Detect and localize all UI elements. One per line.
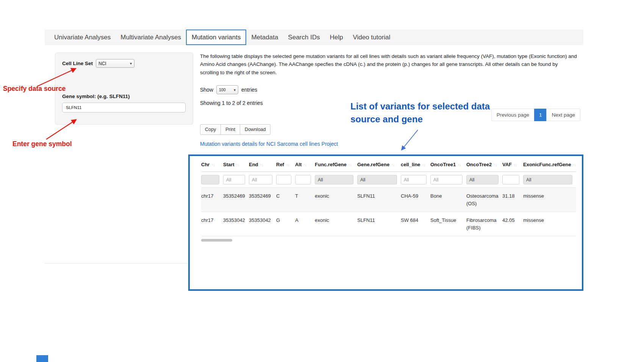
sort-icon: ↑↓ (494, 163, 497, 167)
table-cell: chr17 (201, 212, 223, 236)
column-header-end[interactable]: End↑↓ (249, 157, 276, 172)
table-body: chr173535246935352469CTexonicSLFN11CHA-5… (201, 188, 576, 236)
sort-icon: ↑↓ (349, 163, 352, 167)
filter-cell: All (357, 172, 401, 188)
column-label: cell_line (401, 162, 420, 167)
filter-oncotree1[interactable]: All (430, 175, 463, 184)
column-label: Ref (276, 162, 284, 167)
table-cell: CHA-59 (401, 188, 430, 212)
column-label: OncoTree1 (430, 162, 456, 167)
showing-entries-status: Showing 1 to 2 of 2 entries (200, 100, 263, 106)
page-number-button[interactable]: 1 (534, 109, 547, 121)
table-cell: A (295, 212, 315, 236)
corner-decoration (36, 355, 48, 362)
sort-icon: ↑↓ (260, 163, 263, 167)
sort-icon: ↑↓ (236, 163, 239, 167)
column-label: ExonicFunc.refGene (523, 162, 571, 167)
column-header-cell-line[interactable]: cell_line↑↓ (401, 157, 430, 172)
gene-symbol-label: Gene symbol: (e.g. SLFN11) (62, 94, 186, 99)
tab-univariate-analyses[interactable]: Univariate Analyses (49, 30, 116, 45)
filter-exonicfunc-refgene[interactable]: All (523, 175, 572, 184)
tab-metadata[interactable]: Metadata (246, 30, 283, 45)
copy-button[interactable]: Copy (200, 124, 221, 135)
filter-cell: All (401, 172, 430, 188)
cell-line-set-value: NCI (98, 61, 106, 66)
column-header-ref[interactable]: Ref↑↓ (276, 157, 295, 172)
horizontal-scrollbar-thumb[interactable] (201, 239, 232, 242)
cell-line-set-select[interactable]: NCI ▾ (96, 59, 134, 68)
sort-icon: ↑↓ (458, 163, 461, 167)
sort-icon: ↑↓ (286, 163, 289, 167)
table-cell: Fibrosarcoma (FIBS) (466, 212, 502, 236)
column-header-start[interactable]: Start↑↓ (223, 157, 249, 172)
column-label: Start (223, 162, 234, 167)
tab-mutation-variants[interactable]: Mutation variants (186, 30, 246, 45)
column-header-exonicfunc-refgene[interactable]: ExonicFunc.refGene↑↓ (523, 157, 576, 172)
annotation-variants-list: List of variants for selected data sourc… (350, 100, 502, 126)
sort-icon: ↑↓ (211, 163, 214, 167)
table-caption: Mutation variants details for NCI Sarcom… (200, 141, 338, 147)
gene-symbol-input[interactable] (62, 103, 186, 112)
table-cell: Osteosarcoma (OS) (466, 188, 502, 212)
table-cell: chr17 (201, 188, 223, 212)
column-label: VAF (502, 162, 512, 167)
table-description: The following table displays the selecte… (200, 52, 577, 76)
table-cell: Bone (430, 188, 466, 212)
show-label: Show (200, 87, 213, 93)
column-header-func-refgene[interactable]: Func.refGene↑↓ (315, 157, 357, 172)
column-label: OncoTree2 (466, 162, 492, 167)
filter-gene-refgene[interactable]: All (357, 175, 397, 184)
table-filter-row: AllAllAllAllAllAllAllAll (201, 172, 576, 188)
table-row: chr173535246935352469CTexonicSLFN11CHA-5… (201, 188, 576, 212)
horizontal-scrollbar-track[interactable] (201, 239, 576, 243)
filter-chr[interactable] (201, 175, 219, 184)
blue-arrow-to-table (402, 130, 418, 150)
chevron-down-icon: ▾ (234, 88, 236, 92)
table-cell: 42.05 (502, 212, 523, 236)
filter-cell: All (430, 172, 466, 188)
column-header-vaf[interactable]: VAF↑↓ (502, 157, 523, 172)
sort-icon: ↑↓ (422, 163, 425, 167)
column-header-chr[interactable]: Chr↑↓ (201, 157, 223, 172)
table-cell: G (276, 212, 295, 236)
filter-vaf[interactable] (502, 175, 519, 184)
sort-icon: ↑↓ (573, 163, 576, 167)
tab-help[interactable]: Help (325, 30, 348, 45)
entries-label: entries (241, 87, 257, 93)
print-button[interactable]: Print (220, 124, 240, 135)
tab-multivariate-analyses[interactable]: Multivariate Analyses (116, 30, 186, 45)
filter-end[interactable]: All (249, 175, 272, 184)
sort-icon: ↑↓ (514, 163, 517, 167)
chevron-down-icon: ▾ (130, 61, 132, 66)
table-cell: T (295, 188, 315, 212)
sort-icon: ↑↓ (391, 163, 394, 167)
tab-search-ids[interactable]: Search IDs (283, 30, 325, 45)
filter-ref[interactable] (276, 175, 291, 184)
column-header-alt[interactable]: Alt↑↓ (295, 157, 315, 172)
column-header-gene-refgene[interactable]: Gene.refGene↑↓ (357, 157, 401, 172)
column-label: Gene.refGene (357, 162, 389, 167)
column-header-oncotree2[interactable]: OncoTree2↑↓ (466, 157, 502, 172)
filter-oncotree2[interactable]: All (466, 175, 499, 184)
table-cell: Soft_Tissue (430, 212, 466, 236)
column-label: Alt (295, 162, 302, 167)
show-entries-control: Show 100 ▾ entries (200, 85, 257, 94)
next-page-button[interactable]: Next page (546, 109, 580, 121)
filter-cell: All (466, 172, 502, 188)
filter-func-refgene[interactable]: All (315, 175, 353, 184)
download-button[interactable]: Download (240, 124, 271, 135)
entries-per-page-select[interactable]: 100 ▾ (216, 85, 238, 94)
column-header-oncotree1[interactable]: OncoTree1↑↓ (430, 157, 466, 172)
filter-alt[interactable] (295, 175, 311, 184)
filter-start[interactable]: All (223, 175, 245, 184)
table-cell: SW 684 (401, 212, 430, 236)
tab-video-tutorial[interactable]: Video tutorial (348, 30, 395, 45)
table-cell: 35352469 (249, 188, 276, 212)
table-cell: exonic (315, 212, 357, 236)
annotation-specify-data-source: Specify data source (3, 85, 66, 93)
filter-cell-line[interactable]: All (401, 175, 427, 184)
table-header-row: Chr↑↓Start↑↓End↑↓Ref↑↓Alt↑↓Func.refGene↑… (201, 157, 576, 172)
table-cell: SLFN11 (357, 188, 401, 212)
filter-cell (502, 172, 523, 188)
table-cell: missense (523, 212, 576, 236)
